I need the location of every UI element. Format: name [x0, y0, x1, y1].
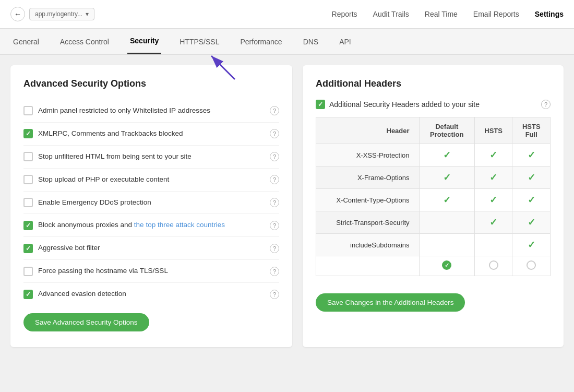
option-row-block-proxies: Block anonymous proxies and the top thre… — [23, 214, 279, 237]
top-navigation: ← app.mylogentry... ▾ Reports Audit Trai… — [0, 0, 574, 29]
help-unfiltered-html[interactable]: ? — [270, 152, 279, 161]
row-label-subdomains: includeSubdomains — [316, 234, 420, 256]
help-admin-panel[interactable]: ? — [270, 106, 279, 115]
table-row-subdomains: includeSubdomains ✓ — [316, 234, 551, 256]
option-row-evasion: Advanced evasion detection ? — [23, 283, 279, 305]
option-label-php-upload: Stop upload of PHP or executable content — [38, 175, 169, 185]
tab-performance[interactable]: Performance — [237, 29, 284, 54]
nav-real-time[interactable]: Real Time — [425, 10, 458, 18]
nav-left: ← app.mylogentry... ▾ — [10, 7, 332, 21]
check-icon: ✓ — [528, 195, 535, 205]
dropdown-icon: ▾ — [86, 10, 89, 18]
option-left: Force passing the hostname via TLS/SSL — [23, 266, 270, 276]
option-left: Admin panel restricted to only Whitelist… — [23, 106, 270, 116]
table-row-xframe: X-Frame-Options ✓ ✓ ✓ — [316, 167, 551, 189]
row-label-sts: Strict-Transport-Security — [316, 211, 420, 234]
option-left: Stop unfiltered HTML from being sent to … — [23, 152, 270, 162]
help-additional-headers[interactable]: ? — [541, 100, 551, 109]
option-label-xmlrpc: XMLRPC, Comments and Trackbacks blocked — [38, 129, 183, 139]
check-icon: ✓ — [443, 150, 451, 160]
checkbox-admin-panel[interactable] — [23, 106, 33, 115]
cell-radio-hstsfull[interactable] — [512, 256, 551, 276]
radio-default[interactable] — [442, 260, 451, 270]
save-additional-headers-button[interactable]: Save Changes in the Additional Headers — [316, 293, 465, 312]
back-icon: ← — [14, 10, 21, 18]
additional-headers-panel: Additional Headers Additional Security H… — [303, 65, 564, 347]
tab-security[interactable]: Security — [127, 29, 161, 54]
help-xmlrpc[interactable]: ? — [270, 129, 279, 138]
cell-xframe-default: ✓ — [419, 167, 474, 189]
right-panel-title: Additional Headers — [316, 78, 551, 89]
domain-selector[interactable]: app.mylogentry... ▾ — [29, 8, 94, 20]
link-top-three[interactable]: the top three attack countries — [134, 221, 225, 229]
col-default-protection: DefaultProtection — [419, 117, 474, 144]
checkbox-aggressive-bot[interactable] — [23, 244, 33, 253]
option-left: Block anonymous proxies and the top thre… — [23, 220, 270, 230]
option-label-hostname-tls: Force passing the hostname via TLS/SSL — [38, 266, 168, 276]
cell-xss-hstsfull: ✓ — [512, 144, 551, 167]
checkbox-xmlrpc[interactable] — [23, 129, 33, 138]
check-icon: ✓ — [489, 172, 497, 183]
col-header: Header — [316, 117, 420, 144]
help-evasion[interactable]: ? — [270, 290, 279, 299]
checkbox-additional-headers[interactable] — [316, 100, 325, 109]
row-label-xframe: X-Frame-Options — [316, 167, 420, 189]
help-block-proxies[interactable]: ? — [270, 221, 279, 230]
nav-audit-trails[interactable]: Audit Trails — [373, 10, 409, 18]
back-button[interactable]: ← — [10, 7, 25, 21]
radio-hsts[interactable] — [489, 260, 498, 270]
option-row-admin-panel: Admin panel restricted to only Whitelist… — [23, 100, 279, 123]
nav-links: Reports Audit Trails Real Time Email Rep… — [332, 10, 564, 18]
row-label-xss: X-XSS-Protection — [316, 144, 420, 167]
help-php-upload[interactable]: ? — [270, 175, 279, 184]
checkbox-unfiltered-html[interactable] — [23, 152, 33, 161]
cell-xss-default: ✓ — [419, 144, 474, 167]
option-row-hostname-tls: Force passing the hostname via TLS/SSL ? — [23, 260, 279, 283]
tab-dns[interactable]: DNS — [301, 29, 321, 54]
tab-api[interactable]: API — [337, 29, 354, 54]
checkbox-php-upload[interactable] — [23, 175, 33, 184]
cell-xss-hsts: ✓ — [474, 144, 512, 167]
col-hsts: HSTS — [474, 117, 512, 144]
help-hostname-tls[interactable]: ? — [270, 267, 279, 276]
option-left: XMLRPC, Comments and Trackbacks blocked — [23, 129, 270, 139]
additional-headers-label: Additional Security Headers added to you… — [329, 100, 480, 109]
cell-radio-label — [316, 256, 420, 276]
help-ddos[interactable]: ? — [270, 198, 279, 207]
option-left: Aggressive bot filter — [23, 243, 270, 253]
col-hsts-full: HSTSFull — [512, 117, 551, 144]
cell-radio-hsts[interactable] — [474, 256, 512, 276]
check-icon: ✓ — [443, 195, 451, 205]
cell-xframe-hstsfull: ✓ — [512, 167, 551, 189]
cell-sts-hsts: ✓ — [474, 211, 512, 234]
checkbox-ddos[interactable] — [23, 198, 33, 207]
cell-xcontent-hsts: ✓ — [474, 189, 512, 211]
content-area: Advanced Security Options Admin panel re… — [0, 55, 574, 358]
check-icon: ✓ — [528, 240, 535, 250]
check-icon: ✓ — [489, 195, 497, 205]
row-label-xcontent: X-Content-Type-Options — [316, 189, 420, 211]
check-icon: ✓ — [528, 172, 535, 183]
tab-access-control[interactable]: Access Control — [57, 29, 112, 54]
help-aggressive-bot[interactable]: ? — [270, 244, 279, 253]
cell-radio-default[interactable] — [419, 256, 474, 276]
radio-hsts-full[interactable] — [527, 260, 536, 270]
nav-settings[interactable]: Settings — [535, 10, 564, 18]
tab-general[interactable]: General — [10, 29, 42, 54]
cell-xcontent-default: ✓ — [419, 189, 474, 211]
nav-reports[interactable]: Reports — [332, 10, 357, 18]
checkbox-block-proxies[interactable] — [23, 221, 33, 230]
checkbox-evasion[interactable] — [23, 290, 33, 299]
cell-subdomains-default — [419, 234, 474, 256]
left-panel-title: Advanced Security Options — [23, 78, 279, 89]
table-row-xcontent: X-Content-Type-Options ✓ ✓ ✓ — [316, 189, 551, 211]
cell-sts-hstsfull: ✓ — [512, 211, 551, 234]
save-advanced-security-button[interactable]: Save Advanced Security Options — [23, 313, 149, 331]
checkbox-hostname-tls[interactable] — [23, 267, 33, 276]
option-row-xmlrpc: XMLRPC, Comments and Trackbacks blocked … — [23, 123, 279, 146]
table-row-radio — [316, 256, 551, 276]
option-left: Enable Emergency DDoS protection — [23, 198, 270, 208]
option-label-ddos: Enable Emergency DDoS protection — [38, 198, 151, 208]
tab-https-ssl[interactable]: HTTPS/SSL — [177, 29, 222, 54]
nav-email-reports[interactable]: Email Reports — [473, 10, 519, 18]
